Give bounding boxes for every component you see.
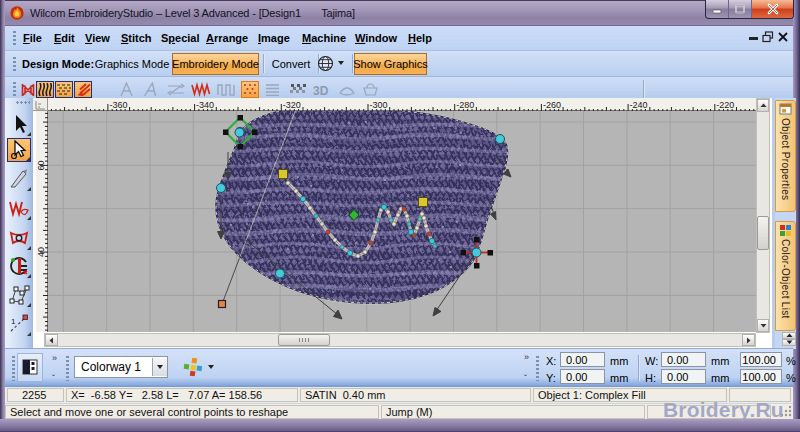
svg-text:-340: -340 <box>196 100 214 110</box>
svg-text:-280: -280 <box>456 100 474 110</box>
svg-text:-240: -240 <box>630 100 648 110</box>
svg-text:1: 1 <box>11 317 16 326</box>
svg-text:-360: -360 <box>109 100 127 110</box>
svg-text:-300: -300 <box>370 100 388 110</box>
svg-text:-220: -220 <box>716 100 734 110</box>
svg-text:-260: -260 <box>543 100 561 110</box>
svg-text:-320: -320 <box>283 100 301 110</box>
